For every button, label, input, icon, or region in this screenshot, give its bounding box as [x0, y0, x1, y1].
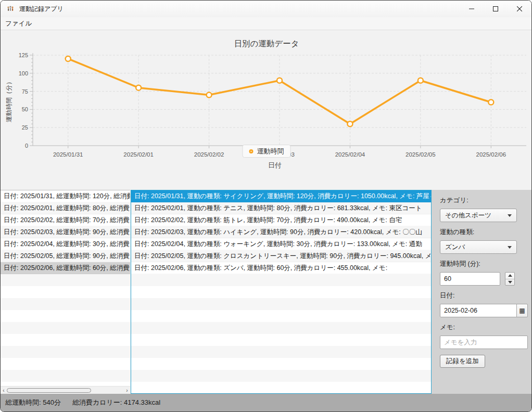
daily-list-item[interactable]: 日付: 2025/02/05, 総運動時間: 90分, 総消費カロリー: 945… [1, 250, 130, 262]
scroll-right-icon[interactable]: › [124, 387, 130, 394]
chevron-down-icon [508, 214, 512, 217]
svg-text:運動時間（分）: 運動時間（分） [5, 79, 12, 122]
calendar-icon[interactable]: ▦ [516, 304, 528, 317]
status-bar: 総運動時間: 540分 総消費カロリー: 4174.33kcal [1, 394, 531, 411]
duration-stepper [505, 272, 515, 286]
svg-text:2025/02/01: 2025/02/01 [123, 151, 154, 158]
svg-text:日付: 日付 [268, 161, 282, 169]
chevron-down-icon [508, 246, 512, 249]
memo-input[interactable] [440, 336, 528, 349]
duration-label: 運動時間 (分): [440, 260, 532, 268]
minimize-icon [469, 6, 474, 11]
legend-series-marker-icon [249, 149, 254, 153]
line-chart-canvas: 02550751001252025/01/312025/02/012025/02… [1, 30, 532, 190]
svg-text:50: 50 [22, 106, 28, 112]
svg-text:2025/02/05: 2025/02/05 [406, 151, 436, 158]
lists-region: 日付: 2025/01/31, 総運動時間: 120分, 総消費カロリー: 10… [1, 190, 532, 394]
entry-form-sidebar: カテゴリ: その他スポーツ 運動の種類: ズンバ 運動時間 (分): [432, 190, 532, 394]
svg-text:125: 125 [19, 52, 28, 58]
daily-list-item[interactable]: 日付: 2025/02/01, 総運動時間: 80分, 総消費カロリー: 681… [1, 202, 130, 214]
close-button[interactable] [508, 1, 531, 17]
record-list-item[interactable]: 日付: 2025/02/06, 運動の種類: ズンバ, 運動時間: 60分, 消… [131, 262, 431, 274]
close-icon [517, 6, 522, 11]
svg-text:2025/02/06: 2025/02/06 [476, 151, 506, 158]
svg-text:25: 25 [22, 124, 28, 131]
daily-list-item[interactable]: 日付: 2025/02/03, 総運動時間: 90分, 総消費カロリー: 420… [1, 226, 130, 238]
maximize-button[interactable] [484, 1, 508, 17]
chart-legend: 運動時間 [243, 145, 291, 158]
daily-list-item[interactable]: 日付: 2025/02/04, 総運動時間: 30分, 総消費カロリー: 133… [1, 238, 130, 250]
exercise-record-list[interactable]: 日付: 2025/01/31, 運動の種類: サイクリング, 運動時間: 120… [131, 190, 432, 394]
category-select[interactable]: その他スポーツ [440, 209, 517, 222]
memo-label: メモ: [440, 323, 532, 332]
exercise-type-selected-value: ズンバ [445, 243, 465, 252]
window-title: 運動記録アプリ [19, 5, 460, 14]
daily-list-item[interactable]: 日付: 2025/02/02, 総運動時間: 70分, 総消費カロリー: 490… [1, 214, 130, 226]
date-input[interactable] [440, 304, 517, 317]
scrollbar-thumb[interactable] [7, 388, 91, 393]
triangle-up-icon [508, 274, 512, 277]
record-list-item[interactable]: 日付: 2025/02/05, 運動の種類: クロスカントリースキー, 運動時間… [131, 250, 431, 262]
svg-text:日別の運動データ: 日別の運動データ [234, 39, 299, 48]
exercise-type-label: 運動の種類: [440, 228, 532, 237]
minimize-button[interactable] [460, 1, 484, 17]
daily-summary-list[interactable]: 日付: 2025/01/31, 総運動時間: 120分, 総消費カロリー: 10… [1, 190, 130, 394]
record-list-item[interactable]: 日付: 2025/02/03, 運動の種類: ハイキング, 運動時間: 90分,… [131, 226, 431, 238]
svg-text:100: 100 [19, 70, 28, 76]
svg-text:2025/02/04: 2025/02/04 [335, 151, 365, 158]
total-calories-status: 総消費カロリー: 4174.33kcal [72, 398, 160, 407]
add-record-button[interactable]: 記録を追加 [440, 355, 485, 368]
record-list-item[interactable]: 日付: 2025/02/04, 運動の種類: ウォーキング, 運動時間: 30分… [131, 238, 431, 250]
daily-list-item[interactable]: 日付: 2025/01/31, 総運動時間: 120分, 総消費カロリー: 10… [1, 190, 130, 202]
record-list-item[interactable]: 日付: 2025/02/01, 運動の種類: テニス, 運動時間: 80分, 消… [131, 202, 431, 214]
menu-bar: ファイル [1, 17, 531, 30]
maximize-icon [493, 6, 498, 11]
svg-text:75: 75 [22, 88, 28, 95]
menu-file[interactable]: ファイル [1, 17, 36, 30]
category-selected-value: その他スポーツ [445, 211, 491, 220]
triangle-down-icon [508, 281, 512, 284]
exercise-chart: 02550751001252025/01/312025/02/012025/02… [1, 30, 532, 190]
record-list-item[interactable]: 日付: 2025/02/02, 運動の種類: 筋トレ, 運動時間: 70分, 消… [131, 214, 431, 226]
app-window: 運動記録アプリ ファイル 02550751001252025/01/312025… [0, 0, 532, 412]
daily-list-item-selected[interactable]: 日付: 2025/02/06, 総運動時間: 60分, 総消費カロリー: 455… [1, 262, 130, 274]
total-time-status: 総運動時間: 540分 [5, 398, 61, 407]
date-label: 日付: [440, 291, 532, 300]
svg-text:0: 0 [25, 143, 28, 149]
stepper-up-button[interactable] [505, 273, 514, 279]
exercise-type-select[interactable]: ズンバ [440, 240, 517, 254]
duration-input[interactable] [440, 272, 500, 286]
record-list-item-selected[interactable]: 日付: 2025/01/31, 運動の種類: サイクリング, 運動時間: 120… [131, 190, 431, 202]
app-icon [6, 5, 15, 13]
stepper-down-button[interactable] [505, 279, 514, 286]
svg-text:2025/02/02: 2025/02/02 [194, 151, 224, 158]
legend-series-label: 運動時間 [257, 147, 284, 156]
title-bar: 運動記録アプリ [1, 1, 531, 17]
svg-text:2025/01/31: 2025/01/31 [53, 151, 83, 158]
scroll-left-icon[interactable]: ‹ [1, 387, 7, 394]
category-label: カテゴリ: [440, 196, 532, 205]
horizontal-scrollbar[interactable]: ‹ › [1, 386, 130, 394]
